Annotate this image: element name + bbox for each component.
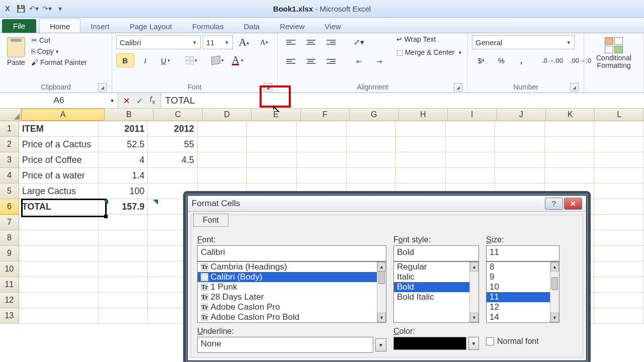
tab-insert[interactable]: Insert: [80, 19, 120, 33]
cell[interactable]: [545, 168, 595, 184]
cell[interactable]: [198, 121, 248, 137]
cancel-formula-icon[interactable]: ✕: [120, 96, 132, 106]
cell[interactable]: [99, 293, 148, 308]
format-painter-button[interactable]: 🖌Format Painter: [31, 58, 87, 66]
list-item[interactable]: Bold: [394, 282, 478, 292]
bold-button[interactable]: B: [116, 53, 134, 67]
copy-button[interactable]: ⎘Copy▾: [31, 47, 87, 55]
conditional-formatting-button[interactable]: Conditional Formatting: [588, 35, 639, 71]
row-header[interactable]: 12: [0, 293, 19, 308]
list-item[interactable]: 9: [487, 272, 559, 282]
cell[interactable]: [99, 261, 148, 277]
font-size-select[interactable]: 11▼: [203, 35, 233, 49]
align-top-button[interactable]: [282, 35, 300, 49]
row-header[interactable]: 1: [0, 121, 19, 137]
col-header[interactable]: L: [595, 109, 643, 121]
cell[interactable]: [446, 168, 496, 184]
size-input[interactable]: 11: [486, 245, 559, 261]
cell[interactable]: [247, 168, 297, 184]
cell[interactable]: [19, 277, 99, 293]
row-header[interactable]: 10: [0, 261, 19, 277]
save-icon[interactable]: 💾: [15, 3, 26, 14]
name-box[interactable]: A6▼: [0, 93, 118, 108]
cell[interactable]: [594, 215, 644, 230]
scrollbar[interactable]: ▲▼: [469, 262, 478, 322]
cell[interactable]: 2012: [148, 121, 198, 137]
cell[interactable]: [545, 137, 595, 152]
row-header[interactable]: 8: [0, 230, 19, 246]
cell[interactable]: [594, 293, 644, 308]
cell[interactable]: 4: [99, 152, 148, 168]
number-launcher[interactable]: ◢: [570, 83, 579, 92]
cell[interactable]: [19, 293, 99, 308]
align-middle-button[interactable]: [302, 35, 320, 49]
cell[interactable]: 4.5: [148, 152, 198, 168]
cell[interactable]: [99, 215, 148, 230]
cell[interactable]: [297, 121, 347, 137]
cell[interactable]: [545, 121, 595, 137]
list-item[interactable]: Tr1 Punk: [198, 282, 386, 292]
cell[interactable]: 52.5: [99, 137, 148, 152]
font-name-select[interactable]: Calibri▼: [116, 35, 201, 49]
orientation-button[interactable]: ⤢▾: [350, 35, 368, 49]
cell[interactable]: [594, 184, 644, 199]
col-header[interactable]: I: [448, 109, 497, 121]
cell[interactable]: [594, 152, 644, 168]
increase-indent-button[interactable]: ⇥: [370, 54, 388, 68]
cell[interactable]: [446, 152, 496, 168]
color-swatch[interactable]: [393, 337, 466, 350]
row-header[interactable]: 13: [0, 308, 19, 324]
col-header[interactable]: D: [203, 109, 252, 121]
italic-button[interactable]: I: [136, 53, 154, 67]
dropdown-arrow-icon[interactable]: ▼: [468, 337, 479, 350]
font-listbox[interactable]: TrCambria (Headings)TrCalibri (Body)Tr1 …: [197, 261, 386, 323]
cell[interactable]: [247, 152, 297, 168]
cell[interactable]: 100: [99, 184, 148, 199]
underline-select[interactable]: None: [197, 337, 373, 353]
merge-center-button[interactable]: ⬚Merge & Center▾: [396, 48, 461, 56]
qat-customize-icon[interactable]: ▾: [54, 3, 65, 14]
font-style-input[interactable]: Bold: [393, 245, 479, 261]
cell[interactable]: [347, 152, 396, 168]
tab-view[interactable]: View: [314, 19, 351, 33]
cell[interactable]: [594, 308, 644, 324]
cell[interactable]: 55: [148, 137, 198, 152]
align-right-button[interactable]: [322, 54, 340, 68]
enter-formula-icon[interactable]: ✓: [133, 96, 145, 106]
cell[interactable]: [19, 246, 99, 261]
align-bottom-button[interactable]: [322, 35, 340, 49]
cell[interactable]: [545, 152, 595, 168]
col-header[interactable]: E: [252, 109, 300, 121]
tab-review[interactable]: Review: [270, 19, 314, 33]
font-color-button[interactable]: A▾: [229, 53, 247, 67]
col-header[interactable]: J: [497, 109, 546, 121]
cell[interactable]: [594, 246, 644, 261]
cell[interactable]: 2011: [99, 121, 148, 137]
cell[interactable]: [19, 230, 99, 246]
cell[interactable]: [99, 308, 148, 324]
normal-font-checkbox[interactable]: Normal font: [486, 337, 559, 346]
cell[interactable]: [446, 121, 496, 137]
row-header[interactable]: 4: [0, 168, 19, 184]
undo-icon[interactable]: ↶▾: [28, 3, 39, 14]
cell[interactable]: [594, 230, 644, 246]
tab-file[interactable]: File: [2, 19, 36, 33]
percent-format-button[interactable]: %: [492, 53, 510, 67]
cell[interactable]: [347, 121, 396, 137]
cell[interactable]: [347, 137, 396, 152]
cell[interactable]: [594, 261, 644, 277]
dropdown-arrow-icon[interactable]: ▼: [375, 338, 386, 351]
decrease-indent-button[interactable]: ⇤: [350, 54, 368, 68]
cell[interactable]: [19, 308, 99, 324]
list-item[interactable]: Tr28 Days Later: [198, 292, 386, 302]
alignment-launcher[interactable]: ◢: [454, 83, 462, 92]
cell[interactable]: [19, 261, 99, 277]
wrap-text-button[interactable]: ↵Wrap Text: [396, 35, 461, 43]
cell[interactable]: [247, 137, 297, 152]
formula-input[interactable]: TOTAL: [160, 93, 644, 108]
tab-formulas[interactable]: Formulas: [182, 19, 234, 33]
tab-data[interactable]: Data: [233, 19, 270, 33]
dialog-titlebar[interactable]: Format Cells ? ✕: [188, 196, 586, 212]
cell[interactable]: [99, 230, 148, 246]
cell[interactable]: [495, 152, 545, 168]
